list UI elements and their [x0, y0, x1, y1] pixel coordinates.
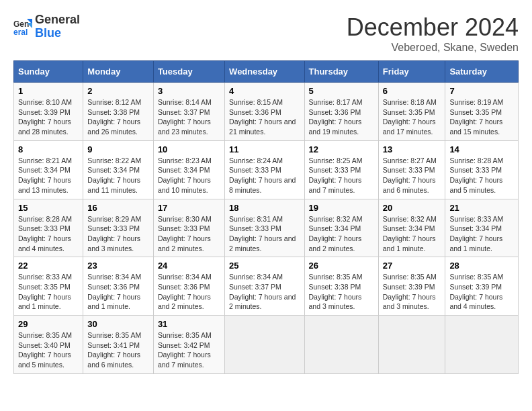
calendar-cell: 30 Sunrise: 8:35 AM Sunset: 3:41 PM Dayl… [83, 316, 154, 374]
calendar-cell: 23 Sunrise: 8:34 AM Sunset: 3:36 PM Dayl… [83, 257, 154, 316]
day-info: Sunrise: 8:24 AM Sunset: 3:33 PM Dayligh… [229, 156, 300, 195]
calendar-cell: 7 Sunrise: 8:19 AM Sunset: 3:35 PM Dayli… [445, 83, 519, 141]
day-number: 22 [18, 261, 79, 271]
day-number: 15 [18, 203, 79, 213]
calendar-cell [304, 316, 378, 374]
day-number: 18 [229, 203, 300, 213]
calendar-cell: 17 Sunrise: 8:30 AM Sunset: 3:33 PM Dayl… [153, 199, 224, 257]
day-number: 7 [449, 86, 514, 96]
calendar-cell: 13 Sunrise: 8:27 AM Sunset: 3:33 PM Dayl… [378, 140, 445, 199]
day-info: Sunrise: 8:14 AM Sunset: 3:37 PM Dayligh… [158, 97, 220, 137]
day-number: 3 [158, 86, 220, 96]
calendar-header: SundayMondayTuesdayWednesdayThursdayFrid… [14, 61, 519, 83]
day-number: 25 [229, 261, 300, 271]
calendar-cell: 26 Sunrise: 8:35 AM Sunset: 3:38 PM Dayl… [304, 257, 378, 316]
header-day-monday: Monday [83, 61, 154, 83]
day-info: Sunrise: 8:10 AM Sunset: 3:39 PM Dayligh… [18, 97, 79, 137]
day-info: Sunrise: 8:28 AM Sunset: 3:33 PM Dayligh… [449, 156, 514, 195]
day-info: Sunrise: 8:17 AM Sunset: 3:36 PM Dayligh… [309, 97, 374, 137]
day-info: Sunrise: 8:21 AM Sunset: 3:34 PM Dayligh… [18, 156, 79, 195]
day-info: Sunrise: 8:22 AM Sunset: 3:34 PM Dayligh… [87, 156, 149, 195]
day-info: Sunrise: 8:28 AM Sunset: 3:33 PM Dayligh… [18, 214, 79, 254]
calendar-body: 1 Sunrise: 8:10 AM Sunset: 3:39 PM Dayli… [14, 83, 519, 374]
day-info: Sunrise: 8:19 AM Sunset: 3:35 PM Dayligh… [449, 97, 514, 137]
calendar-cell: 5 Sunrise: 8:17 AM Sunset: 3:36 PM Dayli… [304, 83, 378, 141]
day-number: 27 [383, 261, 441, 271]
calendar-week-2: 8 Sunrise: 8:21 AM Sunset: 3:34 PM Dayli… [14, 140, 519, 199]
logo-icon: Gen eral [13, 17, 32, 36]
logo: Gen eral General Blue [13, 13, 80, 40]
day-info: Sunrise: 8:33 AM Sunset: 3:34 PM Dayligh… [449, 214, 514, 254]
calendar-cell: 29 Sunrise: 8:35 AM Sunset: 3:40 PM Dayl… [14, 316, 83, 374]
day-number: 26 [309, 261, 374, 271]
calendar-week-5: 29 Sunrise: 8:35 AM Sunset: 3:40 PM Dayl… [14, 316, 519, 374]
calendar-cell: 18 Sunrise: 8:31 AM Sunset: 3:33 PM Dayl… [225, 199, 304, 257]
day-number: 11 [229, 144, 300, 154]
day-info: Sunrise: 8:35 AM Sunset: 3:42 PM Dayligh… [158, 330, 220, 370]
day-number: 20 [383, 203, 441, 213]
day-info: Sunrise: 8:15 AM Sunset: 3:36 PM Dayligh… [229, 97, 300, 137]
day-info: Sunrise: 8:34 AM Sunset: 3:37 PM Dayligh… [229, 272, 300, 312]
day-info: Sunrise: 8:35 AM Sunset: 3:40 PM Dayligh… [18, 330, 79, 370]
calendar-cell: 21 Sunrise: 8:33 AM Sunset: 3:34 PM Dayl… [445, 199, 519, 257]
day-number: 5 [309, 86, 374, 96]
calendar-cell: 12 Sunrise: 8:25 AM Sunset: 3:33 PM Dayl… [304, 140, 378, 199]
calendar-cell: 24 Sunrise: 8:34 AM Sunset: 3:36 PM Dayl… [153, 257, 224, 316]
header-day-sunday: Sunday [14, 61, 83, 83]
calendar-cell: 1 Sunrise: 8:10 AM Sunset: 3:39 PM Dayli… [14, 83, 83, 141]
calendar-cell: 20 Sunrise: 8:32 AM Sunset: 3:34 PM Dayl… [378, 199, 445, 257]
calendar-cell: 27 Sunrise: 8:35 AM Sunset: 3:39 PM Dayl… [378, 257, 445, 316]
day-number: 30 [87, 319, 149, 329]
calendar-cell: 10 Sunrise: 8:23 AM Sunset: 3:34 PM Dayl… [153, 140, 224, 199]
calendar-cell: 25 Sunrise: 8:34 AM Sunset: 3:37 PM Dayl… [225, 257, 304, 316]
calendar-cell: 15 Sunrise: 8:28 AM Sunset: 3:33 PM Dayl… [14, 199, 83, 257]
day-number: 19 [309, 203, 374, 213]
header-day-saturday: Saturday [445, 61, 519, 83]
day-info: Sunrise: 8:35 AM Sunset: 3:41 PM Dayligh… [87, 330, 149, 370]
day-number: 9 [87, 144, 149, 154]
day-number: 1 [18, 86, 79, 96]
day-info: Sunrise: 8:32 AM Sunset: 3:34 PM Dayligh… [383, 214, 441, 254]
day-info: Sunrise: 8:27 AM Sunset: 3:33 PM Dayligh… [383, 156, 441, 195]
calendar-cell [445, 316, 519, 374]
calendar-cell [225, 316, 304, 374]
day-number: 10 [158, 144, 220, 154]
header-day-wednesday: Wednesday [225, 61, 304, 83]
calendar-title: December 2024 [347, 13, 519, 42]
calendar-cell: 4 Sunrise: 8:15 AM Sunset: 3:36 PM Dayli… [225, 83, 304, 141]
day-number: 2 [87, 86, 149, 96]
calendar-week-3: 15 Sunrise: 8:28 AM Sunset: 3:33 PM Dayl… [14, 199, 519, 257]
day-number: 12 [309, 144, 374, 154]
day-number: 28 [449, 261, 514, 271]
day-info: Sunrise: 8:35 AM Sunset: 3:38 PM Dayligh… [309, 272, 374, 312]
day-info: Sunrise: 8:33 AM Sunset: 3:35 PM Dayligh… [18, 272, 79, 312]
day-info: Sunrise: 8:29 AM Sunset: 3:33 PM Dayligh… [87, 214, 149, 254]
header-day-friday: Friday [378, 61, 445, 83]
day-info: Sunrise: 8:35 AM Sunset: 3:39 PM Dayligh… [449, 272, 514, 312]
day-info: Sunrise: 8:23 AM Sunset: 3:34 PM Dayligh… [158, 156, 220, 195]
day-info: Sunrise: 8:30 AM Sunset: 3:33 PM Dayligh… [158, 214, 220, 254]
day-number: 4 [229, 86, 300, 96]
calendar-cell: 16 Sunrise: 8:29 AM Sunset: 3:33 PM Dayl… [83, 199, 154, 257]
day-number: 17 [158, 203, 220, 213]
day-number: 13 [383, 144, 441, 154]
calendar-cell: 3 Sunrise: 8:14 AM Sunset: 3:37 PM Dayli… [153, 83, 224, 141]
title-block: December 2024 Veberoed, Skane, Sweden [347, 13, 519, 54]
calendar-cell: 11 Sunrise: 8:24 AM Sunset: 3:33 PM Dayl… [225, 140, 304, 199]
calendar-cell: 9 Sunrise: 8:22 AM Sunset: 3:34 PM Dayli… [83, 140, 154, 199]
calendar-week-4: 22 Sunrise: 8:33 AM Sunset: 3:35 PM Dayl… [14, 257, 519, 316]
day-info: Sunrise: 8:34 AM Sunset: 3:36 PM Dayligh… [87, 272, 149, 312]
calendar-week-1: 1 Sunrise: 8:10 AM Sunset: 3:39 PM Dayli… [14, 83, 519, 141]
day-info: Sunrise: 8:25 AM Sunset: 3:33 PM Dayligh… [309, 156, 374, 195]
day-number: 29 [18, 319, 79, 329]
day-number: 21 [449, 203, 514, 213]
day-info: Sunrise: 8:12 AM Sunset: 3:38 PM Dayligh… [87, 97, 149, 137]
calendar-table: SundayMondayTuesdayWednesdayThursdayFrid… [13, 60, 519, 374]
day-number: 24 [158, 261, 220, 271]
day-info: Sunrise: 8:32 AM Sunset: 3:34 PM Dayligh… [309, 214, 374, 254]
calendar-cell: 22 Sunrise: 8:33 AM Sunset: 3:35 PM Dayl… [14, 257, 83, 316]
header-day-tuesday: Tuesday [153, 61, 224, 83]
day-number: 16 [87, 203, 149, 213]
calendar-cell: 2 Sunrise: 8:12 AM Sunset: 3:38 PM Dayli… [83, 83, 154, 141]
calendar-cell: 8 Sunrise: 8:21 AM Sunset: 3:34 PM Dayli… [14, 140, 83, 199]
